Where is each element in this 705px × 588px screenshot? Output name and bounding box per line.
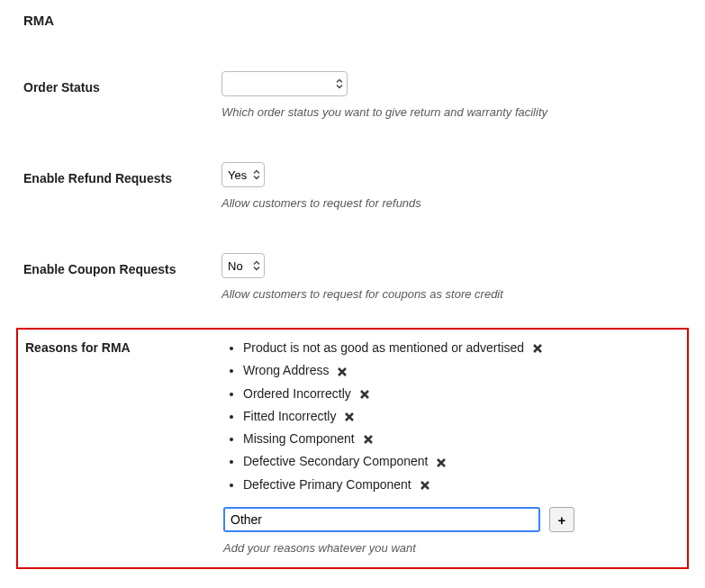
reason-item: Product is not as good as mentioned or a… <box>243 340 680 356</box>
reason-item: Fitted Incorrectly <box>243 409 680 424</box>
reason-item: Wrong Address <box>243 363 680 378</box>
coupon-requests-label: Enable Coupon Requests <box>23 253 221 301</box>
coupon-requests-hint: Allow customers to request for coupons a… <box>221 287 682 301</box>
reason-item: Ordered Incorrectly <box>243 386 680 402</box>
reason-text: Defective Primary Component <box>243 477 411 492</box>
remove-reason-icon[interactable] <box>338 365 347 379</box>
order-status-select[interactable] <box>221 71 348 96</box>
refund-requests-label: Enable Refund Requests <box>23 162 221 210</box>
remove-reason-icon[interactable] <box>533 341 542 356</box>
add-reason-button[interactable]: + <box>549 507 574 532</box>
reason-text: Ordered Incorrectly <box>243 386 351 401</box>
row-order-status: Order Status Which order status you want… <box>0 60 705 126</box>
reason-text: Fitted Incorrectly <box>243 409 336 423</box>
reason-text: Product is not as good as mentioned or a… <box>243 340 524 355</box>
remove-reason-icon[interactable] <box>360 387 369 402</box>
page-title: RMA <box>23 13 705 28</box>
reason-item: Defective Primary Component <box>243 477 680 493</box>
reasons-section: Reasons for RMA Product is not as good a… <box>16 328 689 569</box>
reasons-hint: Add your reasons whatever you want <box>223 541 680 555</box>
reason-item: Defective Secondary Component <box>243 454 680 469</box>
row-refund-requests: Enable Refund Requests Yes Allow custome… <box>0 151 705 217</box>
order-status-hint: Which order status you want to give retu… <box>221 105 682 119</box>
reasons-label: Reasons for RMA <box>25 339 223 555</box>
reason-item: Missing Component <box>243 431 680 447</box>
reasons-list: Product is not as good as mentioned or a… <box>223 340 680 493</box>
remove-reason-icon[interactable] <box>420 478 429 493</box>
reason-text: Wrong Address <box>243 363 329 377</box>
refund-requests-select[interactable]: Yes <box>221 162 265 187</box>
refund-requests-hint: Allow customers to request for refunds <box>221 196 682 210</box>
row-coupon-requests: Enable Coupon Requests No Allow customer… <box>0 242 705 308</box>
remove-reason-icon[interactable] <box>364 432 373 447</box>
coupon-requests-select[interactable]: No <box>221 253 265 278</box>
reason-input[interactable] <box>223 507 540 532</box>
reason-text: Defective Secondary Component <box>243 454 428 468</box>
reason-text: Missing Component <box>243 431 355 446</box>
remove-reason-icon[interactable] <box>437 456 446 470</box>
order-status-label: Order Status <box>23 71 221 119</box>
remove-reason-icon[interactable] <box>345 410 354 424</box>
